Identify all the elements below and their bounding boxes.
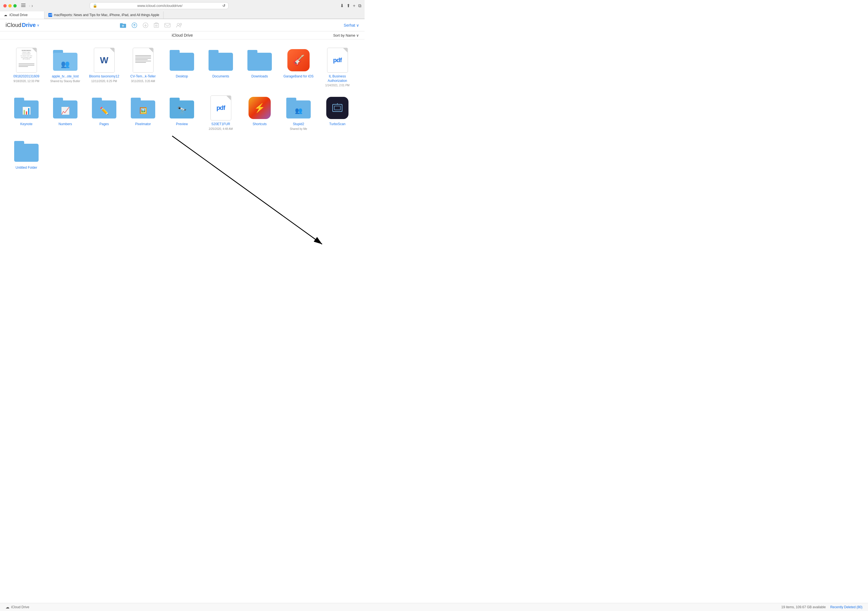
file-meta: 2/25/2020, 4:48 AM xyxy=(209,127,233,131)
share-button[interactable]: ⬆ xyxy=(347,3,350,8)
forward-button[interactable]: › xyxy=(31,3,33,8)
garageband-app-icon: 🎸 xyxy=(287,49,310,71)
upload-button[interactable] xyxy=(132,22,137,28)
brand-dropdown-arrow[interactable]: ∨ xyxy=(37,23,39,27)
file-meta: 12/11/2020, 6:25 PM xyxy=(91,79,117,83)
list-item[interactable]: 📈 Numbers xyxy=(47,93,83,133)
url-text: www.icloud.com/iclouddrive/ xyxy=(99,4,221,8)
tab-icloud-drive[interactable]: ☁ iCloud Drive xyxy=(0,11,45,19)
list-item[interactable]: TurboScan xyxy=(319,93,355,133)
document-icon xyxy=(133,48,153,73)
new-folder-button[interactable] xyxy=(120,22,126,28)
svg-point-15 xyxy=(180,23,181,25)
sidebar-toggle-button[interactable] xyxy=(21,4,26,8)
tab-label-icloud: iCloud Drive xyxy=(9,13,28,17)
file-name: Downloads xyxy=(251,74,268,79)
list-item[interactable]: pdf S20ET1FUR 2/25/2020, 4:48 AM xyxy=(203,93,239,133)
list-item[interactable]: CV-Tem...k-Teller 3/11/2015, 3:20 AM xyxy=(125,45,161,90)
tab-favicon-icloud: ☁ xyxy=(4,13,8,17)
new-tab-button[interactable]: + xyxy=(353,3,355,8)
reload-icon: ↺ xyxy=(222,4,225,8)
file-icon-area: 🔭 xyxy=(169,96,194,121)
file-icon-area xyxy=(130,48,155,73)
list-item[interactable]: 🔭 Preview xyxy=(164,93,200,133)
close-button[interactable] xyxy=(3,4,7,8)
svg-rect-1 xyxy=(21,5,26,6)
tabs-bar: ☁ iCloud Drive mR macReports: News and T… xyxy=(0,11,364,19)
subtitle-bar: iCloud Drive Sort by Name ∨ xyxy=(0,31,364,39)
toolbar-actions xyxy=(120,22,182,28)
file-icon-area: W xyxy=(91,48,116,73)
tab-macreports[interactable]: mR macReports: News and Tips for Mac, iP… xyxy=(45,11,164,19)
list-item[interactable]: 👥 Stupid2 Shared by Me xyxy=(281,93,316,133)
browser-actions: ⬇ ⬆ + ⧉ xyxy=(340,3,361,8)
drive-word: Drive xyxy=(22,22,36,28)
page-title: iCloud Drive xyxy=(172,33,193,37)
file-icon-area: ✏️ xyxy=(91,96,116,121)
folder-icon xyxy=(209,50,233,71)
file-name: Untitled Folder xyxy=(16,166,37,170)
list-item[interactable]: W Blooms taxonomy12 12/11/2020, 6:25 PM xyxy=(86,45,122,90)
pdf-icon: pdf xyxy=(211,96,231,121)
user-account-button[interactable]: Serhat ∨ xyxy=(344,23,359,28)
browser-chrome: ‹ › 🔒 www.icloud.com/iclouddrive/ ↺ ⬇ ⬆ … xyxy=(0,0,364,19)
icloud-drive-app: iCloud Drive ∨ Serhat xyxy=(0,19,364,178)
minimize-button[interactable] xyxy=(8,4,12,8)
fullscreen-button[interactable] xyxy=(13,4,17,8)
file-name: S20ET1FUR xyxy=(211,122,230,127)
delete-button[interactable] xyxy=(154,22,159,28)
list-item[interactable]: 🖼️ Pixelmator xyxy=(125,93,161,133)
file-icon-area xyxy=(208,48,233,73)
file-name: Documents xyxy=(212,74,229,79)
folder-shared-me-icon: 👥 xyxy=(286,97,311,119)
svg-rect-2 xyxy=(21,6,26,7)
mail-button[interactable] xyxy=(164,23,170,28)
svg-rect-16 xyxy=(333,104,342,111)
preview-folder-icon: 🔭 xyxy=(170,97,194,119)
file-name: Pages xyxy=(99,122,109,127)
icloud-toolbar: iCloud Drive ∨ Serhat xyxy=(0,19,364,31)
file-icon-area: ⚡ xyxy=(247,96,272,121)
list-item[interactable]: Documents xyxy=(203,45,239,90)
tab-overview-button[interactable]: ⧉ xyxy=(358,3,361,8)
sort-button[interactable]: Sort by Name ∨ xyxy=(333,33,359,37)
download-button[interactable]: ⬇ xyxy=(340,3,344,8)
file-meta: 1/14/2021, 2:01 PM xyxy=(325,84,349,87)
svg-rect-13 xyxy=(165,23,170,27)
list-item[interactable]: pdf IL Business Authorization 1/14/2021,… xyxy=(319,45,355,90)
file-icon-area: 🎸 xyxy=(286,48,311,73)
svg-rect-17 xyxy=(334,106,340,110)
list-item[interactable]: Desktop xyxy=(164,45,200,90)
file-icon-area: 🖼️ xyxy=(130,96,155,121)
file-meta: Shared by Stacey Butler xyxy=(50,79,80,83)
turboscan-app-icon xyxy=(326,97,349,119)
list-item[interactable]: ⚡ Shortcuts xyxy=(242,93,277,133)
file-icon-area xyxy=(14,139,39,164)
list-item[interactable]: ✏️ Pages xyxy=(86,93,122,133)
file-icon-area xyxy=(325,96,350,121)
list-item[interactable]: Downloads xyxy=(242,45,277,90)
file-grid: BORROWERS PRIOR TO ANY DISBURSEMENT YOU … xyxy=(0,39,364,178)
tab-label-macreports: macReports: News and Tips for Mac, iPhon… xyxy=(54,13,160,17)
download-to-button[interactable] xyxy=(143,22,148,28)
list-item[interactable]: 🎸 GarageBand for iOS xyxy=(281,45,316,90)
list-item[interactable]: 📊 Keynote xyxy=(8,93,45,133)
file-meta: 9/18/2020, 12:33 PM xyxy=(14,79,39,83)
svg-rect-0 xyxy=(21,4,26,4)
file-icon-area: 👥 xyxy=(286,96,311,121)
file-name: CV-Tem...k-Teller xyxy=(130,74,155,79)
file-name: GarageBand for iOS xyxy=(284,74,314,79)
list-item[interactable]: 👥 apple_tv...ote_lost Shared by Stacey B… xyxy=(47,45,83,90)
list-item[interactable]: BORROWERS PRIOR TO ANY DISBURSEMENT YOU … xyxy=(8,45,45,90)
back-button[interactable]: ‹ xyxy=(29,3,30,8)
share-people-button[interactable] xyxy=(176,23,182,28)
file-icon-area: pdf xyxy=(325,48,350,73)
list-item[interactable]: Untitled Folder xyxy=(8,136,45,173)
folder-icon: 📈 xyxy=(53,97,78,119)
file-icon-area: pdf xyxy=(208,96,233,121)
icloud-brand[interactable]: iCloud Drive ∨ xyxy=(6,22,39,28)
file-name: Preview xyxy=(176,122,188,127)
url-bar[interactable]: 🔒 www.icloud.com/iclouddrive/ ↺ xyxy=(90,2,228,9)
file-name: Numbers xyxy=(59,122,72,127)
file-name: 09182020131609 xyxy=(13,74,39,79)
